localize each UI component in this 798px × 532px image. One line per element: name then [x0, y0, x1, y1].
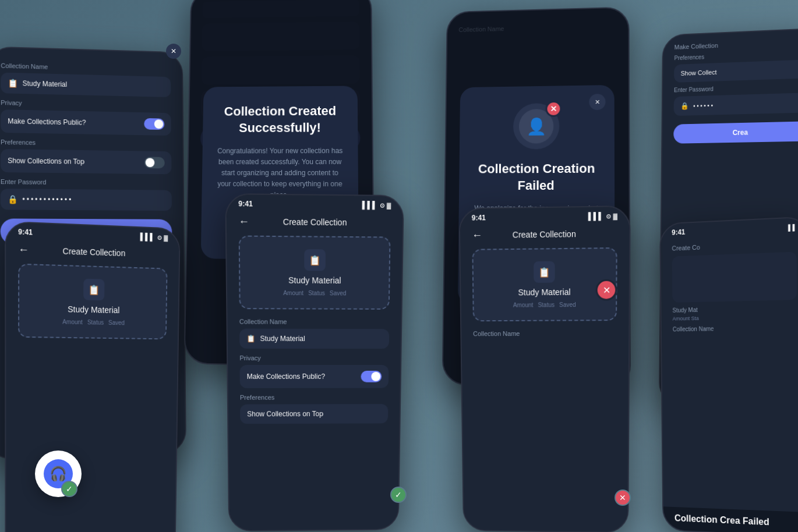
make-collection-label-p4: Make Collection: [675, 38, 798, 50]
failure-title-p8: Collection Crea Failed: [675, 513, 797, 530]
password-field-p1[interactable]: 🔒 ••••••••••••: [1, 189, 172, 211]
collection-meta-p5: Amount Status Saved: [62, 318, 125, 326]
collection-name-field-p1[interactable]: 📋 Study Material: [1, 72, 171, 97]
collection-card-p5: 📋 Study Material Amount Status Saved: [18, 264, 168, 340]
amount-p7: Amount: [513, 302, 534, 308]
name-value-p6: Study Material: [260, 335, 305, 343]
success-badge-p6: ✓: [390, 487, 407, 503]
screen-title-p5: Create Collection: [63, 246, 126, 258]
preferences-label-p4: Preferences: [674, 49, 798, 61]
lock-icon-p1: 🔒: [8, 194, 17, 204]
privacy-value-p6: Make Collections Public?: [247, 373, 325, 381]
status-label-p5: Status: [87, 319, 104, 326]
battery-icon-p5: ▓: [164, 235, 168, 241]
phone-bottom-right: 9:41 ▌▌▌ ⊙ ▓ ← Create Collection 📋 Study…: [458, 205, 630, 532]
main-scene: Collection Name 📋 Study Material Privacy…: [0, 0, 798, 532]
privacy-value-p1: Make Collections Public?: [8, 117, 86, 126]
saved-label-p6: Saved: [330, 290, 347, 296]
privacy-toggle-p6[interactable]: [361, 371, 382, 382]
collection-meta-p7: Amount Status Saved: [513, 302, 576, 308]
back-arrow-p5[interactable]: ←: [18, 243, 29, 257]
preferences-field-p4: Show Collect: [674, 59, 798, 83]
header-p6: ← Create Collection: [238, 217, 391, 228]
success-modal-body: Congratulations! Your new collection has…: [216, 146, 344, 201]
collection-icon-p7: 📋: [534, 261, 555, 283]
screen-title-p6: Create Collection: [283, 217, 347, 228]
error-x-icon: ✕: [550, 104, 557, 114]
amount-label-p5: Amount: [62, 318, 83, 325]
preferences-toggle-p1[interactable]: [144, 157, 165, 168]
collection-name-value-p1: Study Material: [23, 79, 68, 88]
partial-title-p8: Create Co: [672, 240, 796, 252]
signal-icon-p5: ▌▌▌: [140, 232, 155, 241]
success-badge-p5: ✓: [61, 481, 77, 497]
time-p5: 9:41: [18, 228, 33, 237]
preferences-label-p1: Preferences: [1, 139, 171, 148]
phone-bottom-left: 9:41 ▌▌▌ ⊙ ▓ ← Create Collection 📋 Study…: [5, 221, 181, 532]
collection-name-field-p6[interactable]: 📋 Study Material: [239, 329, 389, 349]
time-p6: 9:41: [238, 200, 253, 208]
amount-label-p6: Amount: [283, 290, 303, 296]
create-btn-p4[interactable]: Crea: [673, 121, 798, 143]
password-label-p1: Enter Password: [1, 178, 172, 187]
error-badge: ✕: [545, 101, 562, 117]
collection-icon-p6: 📋: [304, 249, 326, 271]
preferences-value-p4: Show Collect: [681, 69, 717, 77]
close-badge-p1[interactable]: ✕: [166, 44, 181, 59]
book-icon-p6: 📋: [246, 335, 255, 343]
close-button-p3[interactable]: ×: [589, 94, 606, 110]
collection-icon-p5: 📋: [83, 279, 104, 301]
failure-modal-title: Collection Creation Failed: [472, 161, 601, 194]
wifi-icon-p6: ⊙: [380, 202, 384, 209]
app-logo-icon: 🎧: [50, 466, 67, 482]
book-icon-p1: 📋: [8, 79, 17, 88]
partial-card-p8: [672, 251, 797, 302]
preferences-field-p6[interactable]: Show Collections on Top: [240, 404, 388, 424]
status-label-p6: Status: [308, 290, 325, 296]
wifi-icon-p7: ⊙: [606, 212, 610, 219]
collection-name-p5: Study Material: [68, 304, 119, 315]
privacy-toggle-p1[interactable]: [144, 118, 164, 130]
collection-name-p7: Study Material: [518, 288, 570, 297]
lock-icon-p4: 🔒: [680, 102, 688, 110]
status-icons-p6: ▌▌▌ ⊙ ▓: [362, 201, 391, 210]
status-icons-p8: ▌▌: [788, 224, 797, 230]
status-p7: Status: [538, 302, 555, 308]
signal-icon-p6: ▌▌▌: [362, 201, 377, 210]
password-field-p4: 🔒 • • • • • •: [674, 93, 798, 116]
phone-partial-failure: 9:41 ▌▌ Create Co Study Mat Amount Sta C…: [659, 216, 798, 532]
back-arrow-p6[interactable]: ←: [238, 215, 249, 228]
privacy-label-p6: Privacy: [239, 354, 389, 361]
saved-p7: Saved: [559, 302, 576, 308]
wifi-icon-p5: ⊙: [157, 234, 161, 240]
phone-bottom-center: 9:41 ▌▌▌ ⊙ ▓ ← Create Collection 📋 Study…: [225, 193, 404, 531]
collection-card-p6: 📋 Study Material Amount Status Saved: [239, 235, 391, 309]
collection-name-p6: Study Material: [288, 275, 341, 285]
preferences-label-p6: Preferences: [240, 393, 389, 400]
password-dots-p4: • • • • • •: [693, 102, 713, 109]
check-icon-p5: ✓: [66, 484, 73, 494]
preferences-toggle-field-p1[interactable]: Show Collections on Top: [1, 149, 172, 174]
collection-name-label-p6: Collection Name: [239, 318, 390, 325]
password-label-p4: Enter Password: [674, 83, 798, 93]
privacy-field-p6[interactable]: Make Collections Public?: [239, 365, 389, 388]
check-icon-p6: ✓: [395, 490, 402, 499]
preferences-value-p1: Show Collections on Top: [8, 157, 84, 166]
time-p8: 9:41: [672, 228, 685, 237]
error-badge-p7: ✕: [596, 279, 617, 301]
back-arrow-p7[interactable]: ←: [472, 229, 482, 242]
privacy-toggle-field-p1[interactable]: Make Collections Public?: [1, 109, 171, 136]
pref-value-p6: Show Collections on Top: [247, 410, 323, 418]
saved-label-p5: Saved: [108, 320, 125, 327]
time-p7: 9:41: [472, 214, 486, 222]
screen-title-p7: Create Collection: [513, 229, 576, 240]
error-badge-p7-badge: ✕: [615, 490, 631, 506]
success-modal-title: Collection Created Successfully!: [216, 103, 344, 136]
status-icons-p5: ▌▌▌ ⊙ ▓: [140, 232, 168, 242]
amount-label-p8: Amount Sta: [673, 314, 797, 322]
coll-name-label-p8: Collection Name: [673, 324, 797, 332]
signal-icon-p7: ▌▌▌: [588, 212, 603, 221]
password-value-p1: ••••••••••••: [22, 195, 73, 204]
battery-icon-p7: ▓: [613, 212, 617, 219]
collection-card-p7: 📋 Study Material Amount Status Saved: [472, 247, 617, 321]
